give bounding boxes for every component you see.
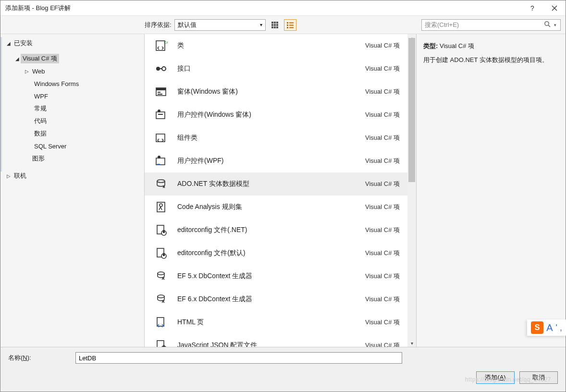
cancel-button[interactable]: 取消 (519, 371, 558, 384)
help-button[interactable]: ? (521, 0, 543, 16)
view-grid-button[interactable] (269, 19, 281, 31)
add-new-item-dialog: 添加新项 - Blog EF讲解 ? 排序依据: 默认值 ▾ ▾ (0, 0, 566, 392)
template-icon (153, 269, 169, 284)
template-row[interactable]: 组件类Visual C# 项 (145, 126, 407, 149)
search-icon[interactable] (543, 21, 552, 29)
svg-rect-32 (157, 164, 160, 165)
svg-point-33 (157, 180, 165, 183)
template-lang: Visual C# 项 (365, 249, 400, 257)
type-line: 类型: Visual C# 项 (423, 42, 559, 50)
template-lang: Visual C# 项 (365, 203, 400, 211)
description-pane: 类型: Visual C# 项 用于创建 ADO.NET 实体数据模型的项目项。 (417, 34, 566, 347)
expand-icon: ◢ (5, 41, 12, 46)
close-button[interactable] (543, 0, 566, 16)
tree-wpf[interactable]: WPF (0, 90, 144, 102)
scroll-down-icon[interactable]: ▾ (407, 339, 416, 347)
tree-graphics[interactable]: 图形 (0, 152, 144, 165)
scrollbar[interactable]: ▴ ▾ (407, 34, 416, 347)
template-name: HTML 页 (177, 318, 365, 327)
search-input[interactable] (425, 21, 543, 28)
template-name: editorconfig 文件(默认) (177, 249, 365, 257)
template-row[interactable]: C#类Visual C# 项 (145, 34, 407, 57)
template-row[interactable]: 窗体(Windows 窗体)Visual C# 项 (145, 80, 407, 103)
template-name: 用户控件(WPF) (177, 157, 365, 165)
svg-rect-12 (289, 24, 294, 25)
template-lang: Visual C# 项 (365, 318, 400, 327)
tree-code[interactable]: 代码 (0, 115, 144, 127)
svg-rect-38 (163, 230, 165, 233)
sort-dropdown[interactable]: 默认值 ▾ (174, 19, 266, 31)
template-row[interactable]: HTML 页Visual C# 项 (145, 311, 407, 334)
svg-point-27 (158, 110, 160, 112)
svg-rect-41 (163, 253, 165, 256)
svg-rect-8 (276, 26, 278, 28)
template-icon (153, 338, 169, 347)
sort-label: 排序依据: (145, 21, 172, 29)
svg-rect-13 (287, 27, 288, 28)
tree-installed[interactable]: ◢ 已安装 (0, 37, 144, 49)
template-row[interactable]: EF 6.x DbContext 生成器Visual C# 项 (145, 288, 407, 311)
toolbar: 排序依据: 默认值 ▾ ▾ (0, 16, 566, 34)
template-lang: Visual C# 项 (365, 134, 400, 142)
bottom-panel: 名称(N): https://blog.csdn.net/qq_34327 添加… (0, 347, 566, 392)
tree-web[interactable]: ▷ Web (0, 65, 144, 77)
ime-indicator[interactable]: S A ' , (527, 319, 566, 336)
tree-general[interactable]: 常规 (0, 102, 144, 115)
template-name: editorconfig 文件(.NET) (177, 226, 365, 234)
category-tree: ◢ 已安装 ◢ Visual C# 项 ▷ Web Windows Forms … (0, 34, 145, 347)
svg-rect-3 (271, 24, 273, 26)
template-lang: Visual C# 项 (365, 295, 400, 304)
template-row[interactable]: EF 5.x DbContext 生成器Visual C# 项 (145, 265, 407, 288)
svg-point-20 (162, 67, 166, 71)
svg-rect-7 (274, 26, 276, 28)
button-row: https://blog.csdn.net/qq_34327 添加(A) 取消 (0, 367, 566, 392)
search-dropdown-icon[interactable]: ▾ (552, 23, 558, 27)
template-name: JavaScript JSON 配置文件 (177, 341, 365, 347)
svg-point-19 (156, 67, 160, 71)
scroll-thumb[interactable] (408, 38, 415, 182)
view-list-button[interactable] (284, 19, 296, 31)
template-row[interactable]: editorconfig 文件(.NET)Visual C# 项 (145, 219, 407, 242)
svg-point-42 (158, 272, 164, 275)
template-lang: Visual C# 项 (365, 157, 400, 165)
name-input[interactable] (75, 352, 402, 364)
list-icon (287, 22, 294, 28)
template-row[interactable]: Code Analysis 规则集Visual C# 项 (145, 196, 407, 219)
template-icon (153, 84, 169, 99)
template-icon (153, 245, 169, 261)
template-row[interactable]: editorconfig 文件(默认)Visual C# 项 (145, 242, 407, 265)
template-icon: C# (153, 38, 169, 53)
template-name: 组件类 (177, 134, 365, 142)
template-icon (153, 199, 169, 215)
svg-rect-0 (271, 22, 273, 24)
template-icon (153, 222, 169, 238)
ime-punct: ' , (556, 323, 562, 333)
svg-point-31 (158, 156, 160, 159)
name-label: 名称(N): (8, 354, 75, 362)
template-row[interactable]: ADO.NET 实体数据模型Visual C# 项 (145, 172, 407, 196)
tree-online[interactable]: ▷ 联机 (0, 170, 144, 182)
tree-csharp[interactable]: ◢ Visual C# 项 (0, 52, 144, 65)
expand-icon: ▷ (24, 69, 30, 74)
template-row[interactable]: 用户控件(Windows 窗体)Visual C# 项 (145, 103, 407, 126)
template-lang: Visual C# 项 (365, 226, 400, 234)
template-row[interactable]: JavaScript JSON 配置文件Visual C# 项 (145, 334, 407, 347)
template-list[interactable]: C#类Visual C# 项接口Visual C# 项窗体(Windows 窗体… (145, 34, 407, 347)
svg-line-16 (548, 25, 550, 27)
template-row[interactable]: 用户控件(WPF)Visual C# 项 (145, 149, 407, 172)
tree-data[interactable]: 数据 (0, 127, 144, 140)
template-lang: Visual C# 项 (365, 180, 400, 188)
search-box[interactable]: ▾ (421, 19, 561, 31)
add-button[interactable]: 添加(A) (476, 371, 515, 384)
tree-winforms[interactable]: Windows Forms (0, 77, 144, 90)
svg-rect-1 (274, 22, 276, 24)
ime-mode: A (546, 322, 553, 333)
grid-icon (271, 22, 278, 28)
template-lang: Visual C# 项 (365, 110, 400, 119)
template-row[interactable]: 接口Visual C# 项 (145, 57, 407, 80)
template-lang: Visual C# 项 (365, 41, 400, 50)
window-title: 添加新项 - Blog EF讲解 (5, 4, 521, 12)
tree-sqlserver[interactable]: SQL Server (0, 140, 144, 152)
name-row: 名称(N): (0, 347, 566, 367)
template-icon (153, 292, 169, 307)
